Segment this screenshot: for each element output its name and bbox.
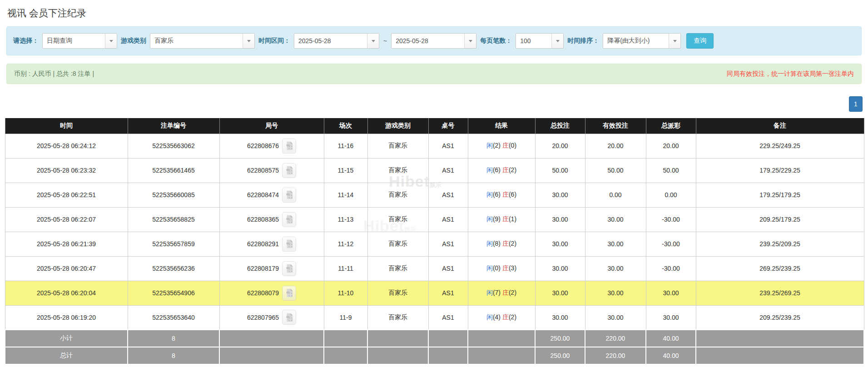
player-result-label: 闲 <box>486 215 493 223</box>
game-type-dropdown-button[interactable] <box>243 34 254 48</box>
video-replay-button[interactable] <box>282 139 296 154</box>
player-result-label: 闲 <box>486 142 493 149</box>
bet-number-cell: 522535661465 <box>128 158 219 183</box>
payout-cell: -30.00 <box>646 207 696 232</box>
time-range-label: 时间区间： <box>258 37 290 45</box>
total-bet-link[interactable]: 30.00 <box>535 207 585 232</box>
game-type-cell: 百家乐 <box>367 232 428 256</box>
banker-result-label: 庄 <box>502 215 509 223</box>
date-from-select[interactable]: 2025-05-28 <box>294 33 379 49</box>
round-number-cell: 622808575 <box>219 158 324 183</box>
film-document-icon <box>284 165 294 175</box>
time-cell: 2025-05-28 06:22:51 <box>5 183 128 207</box>
banker-result-score: (2) <box>509 313 516 321</box>
valid-bet-cell: 30.00 <box>585 232 646 256</box>
chevron-down-icon <box>372 40 375 42</box>
bet-number-cell: 522535654906 <box>128 281 219 305</box>
total-bet-link[interactable]: 30.00 <box>535 256 585 281</box>
table-row[interactable]: 2025-05-28 06:21:39 522535657859 6228082… <box>5 232 864 256</box>
video-replay-button[interactable] <box>282 261 296 276</box>
valid-bet-cell: 30.00 <box>585 207 646 232</box>
date-to-select[interactable]: 2025-05-28 <box>391 33 476 49</box>
round-number: 622808676 <box>247 142 279 149</box>
column-header: 总派彩 <box>646 118 696 134</box>
remark-cell: 209.25/239.25 <box>696 305 864 330</box>
pagination: 1 <box>0 96 863 112</box>
query-mode-dropdown-button[interactable] <box>105 34 117 48</box>
subtotal-total-bet: 250.00 <box>535 330 585 347</box>
remark-cell: 179.25/179.25 <box>696 183 864 207</box>
bet-records-table: 时间注单编号局号场次游戏类别桌号结果总投注有效投注总派彩备注 2025-05-2… <box>5 118 864 365</box>
player-result-label: 闲 <box>486 166 493 174</box>
grand-total-payout: 40.00 <box>646 347 696 364</box>
film-document-icon <box>284 288 294 298</box>
date-from-dropdown-button[interactable] <box>367 34 379 48</box>
bet-number-cell: 522535653640 <box>128 305 219 330</box>
table-row[interactable]: 2025-05-28 06:22:51 522535660085 6228084… <box>5 183 864 207</box>
session-cell: 11-10 <box>324 281 367 305</box>
bet-number-cell: 522535660085 <box>128 183 219 207</box>
chevron-down-icon <box>469 40 472 42</box>
grand-total-total-bet: 250.00 <box>535 347 585 364</box>
page-size-dropdown-button[interactable] <box>551 34 563 48</box>
video-replay-button[interactable] <box>282 212 296 227</box>
game-type-select[interactable]: 百家乐 <box>150 33 255 49</box>
session-cell: 11-11 <box>324 256 367 281</box>
page-button-1[interactable]: 1 <box>849 96 863 112</box>
bet-records-table-wrap: Hibet娱乐 Hibet娱乐 时间注单编号局号场次游戏类别桌号结果总投注有效投… <box>5 118 863 365</box>
table-row[interactable]: 2025-05-28 06:20:04 522535654906 6228080… <box>5 281 864 305</box>
game-type-cell: 百家乐 <box>367 256 428 281</box>
time-cell: 2025-05-28 06:20:47 <box>5 256 128 281</box>
total-bet-link[interactable]: 30.00 <box>535 281 585 305</box>
round-number: 622808291 <box>247 240 279 248</box>
banker-result-score: (2) <box>509 166 516 174</box>
footer-empty-cell <box>696 347 864 364</box>
date-to-value: 2025-05-28 <box>392 34 464 48</box>
result-cell: 闲(6) 庄(6) <box>468 183 535 207</box>
banker-result-score: (2) <box>509 289 516 296</box>
table-row[interactable]: 2025-05-28 06:24:12 522535663062 6228086… <box>5 134 864 158</box>
sort-order-select[interactable]: 降幂(由大到小) <box>603 33 681 49</box>
video-replay-button[interactable] <box>282 310 296 325</box>
payout-cell: -30.00 <box>646 232 696 256</box>
footer-empty-cell <box>324 330 367 347</box>
table-row[interactable]: 2025-05-28 06:23:32 522535661465 6228085… <box>5 158 864 183</box>
banker-result-label: 庄 <box>502 240 509 247</box>
result-cell: 闲(8) 庄(2) <box>468 232 535 256</box>
player-result-label: 闲 <box>486 289 493 296</box>
header-row: 时间注单编号局号场次游戏类别桌号结果总投注有效投注总派彩备注 <box>5 118 864 134</box>
total-bet-link[interactable]: 30.00 <box>535 305 585 330</box>
sort-order-dropdown-button[interactable] <box>669 34 680 48</box>
column-header: 场次 <box>324 118 367 134</box>
game-type-cell: 百家乐 <box>367 134 428 158</box>
footer-empty-cell <box>468 330 535 347</box>
video-replay-button[interactable] <box>282 163 296 178</box>
result-cell: 闲(2) 庄(0) <box>468 134 535 158</box>
banker-result-score: (1) <box>509 215 516 223</box>
page-size-select[interactable]: 100 <box>516 33 564 49</box>
query-mode-select[interactable]: 日期查询 <box>42 33 117 49</box>
table-row[interactable]: 2025-05-28 06:20:47 522535656236 6228081… <box>5 256 864 281</box>
search-button[interactable]: 查询 <box>686 33 714 49</box>
banker-result-score: (2) <box>509 240 516 247</box>
remark-cell: 239.25/269.25 <box>696 281 864 305</box>
footer-empty-cell <box>428 347 468 364</box>
player-result-score: (6) <box>493 166 501 174</box>
total-bet-link[interactable]: 30.00 <box>535 232 585 256</box>
total-bet-link[interactable]: 50.00 <box>535 158 585 183</box>
video-replay-button[interactable] <box>282 286 296 301</box>
round-number: 622808575 <box>247 167 279 174</box>
bet-number-cell: 522535656236 <box>128 256 219 281</box>
table-number-cell: AS1 <box>428 207 468 232</box>
result-cell: 闲(4) 庄(2) <box>468 305 535 330</box>
date-to-dropdown-button[interactable] <box>464 34 476 48</box>
table-row[interactable]: 2025-05-28 06:22:07 522535658825 6228083… <box>5 207 864 232</box>
video-replay-button[interactable] <box>282 237 296 252</box>
session-cell: 11-13 <box>324 207 367 232</box>
valid-bet-cell: 30.00 <box>585 256 646 281</box>
table-row[interactable]: 2025-05-28 06:19:20 522535653640 6228079… <box>5 305 864 330</box>
total-bet-link[interactable]: 20.00 <box>535 134 585 158</box>
total-bet-link[interactable]: 30.00 <box>535 183 585 207</box>
video-replay-button[interactable] <box>282 188 296 203</box>
round-number-cell: 622808179 <box>219 256 324 281</box>
